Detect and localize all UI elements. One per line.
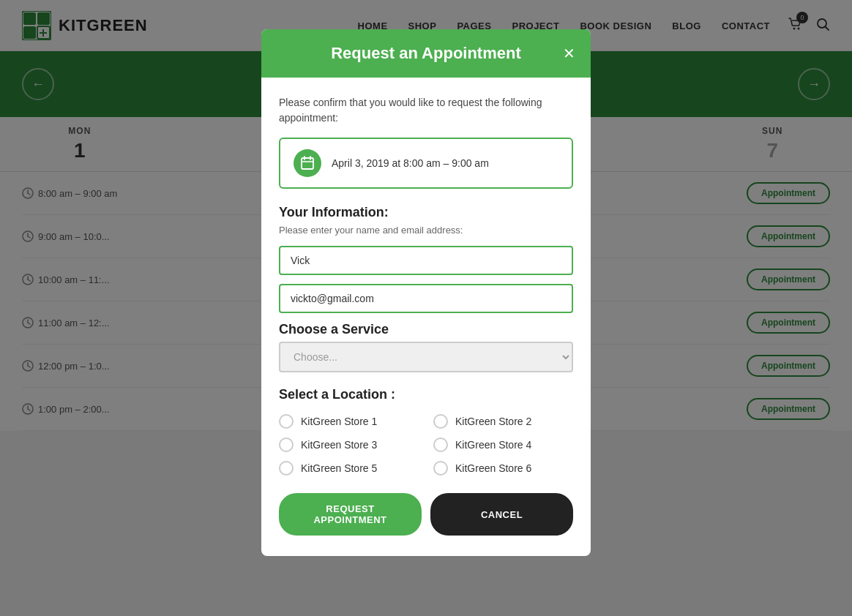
name-input[interactable] xyxy=(279,246,573,275)
your-info-heading: Your Information: xyxy=(279,205,573,220)
modal-close-button[interactable]: ✕ xyxy=(558,43,579,64)
radio-circle-store4 xyxy=(433,437,448,452)
location-option-store1[interactable]: KitGreen Store 1 xyxy=(279,414,419,429)
location-label-store6: KitGreen Store 6 xyxy=(455,462,531,474)
location-option-store4[interactable]: KitGreen Store 4 xyxy=(433,437,573,452)
your-info-subtext: Please enter your name and email address… xyxy=(279,225,573,236)
modal-header: Request an Appointment ✕ xyxy=(261,29,591,78)
location-label-store2: KitGreen Store 2 xyxy=(455,416,531,427)
modal-body: Please confirm that you would like to re… xyxy=(261,78,591,556)
modal-title: Request an Appointment xyxy=(331,44,521,63)
location-label-store5: KitGreen Store 5 xyxy=(301,462,377,474)
calendar-icon xyxy=(300,156,315,170)
locations-grid: KitGreen Store 1 KitGreen Store 2 KitGre… xyxy=(279,414,573,476)
svg-rect-29 xyxy=(302,158,313,169)
calendar-icon-wrap xyxy=(294,149,321,177)
location-label-store3: KitGreen Store 3 xyxy=(301,439,377,451)
radio-circle-store1 xyxy=(279,414,294,429)
location-option-store2[interactable]: KitGreen Store 2 xyxy=(433,414,573,429)
cancel-button[interactable]: CANCEL xyxy=(430,493,573,536)
appointment-modal: Request an Appointment ✕ Please confirm … xyxy=(261,29,591,556)
radio-circle-store2 xyxy=(433,414,448,429)
location-option-store6[interactable]: KitGreen Store 6 xyxy=(433,461,573,476)
modal-actions: REQUEST APPOINTMENT CANCEL xyxy=(279,493,573,538)
location-label-store4: KitGreen Store 4 xyxy=(455,439,531,451)
appointment-time-box: April 3, 2019 at 8:00 am – 9:00 am xyxy=(279,138,573,189)
modal-description: Please confirm that you would like to re… xyxy=(279,95,573,126)
radio-circle-store5 xyxy=(279,461,294,476)
email-input[interactable] xyxy=(279,284,573,313)
radio-circle-store6 xyxy=(433,461,448,476)
appointment-time-text: April 3, 2019 at 8:00 am – 9:00 am xyxy=(332,157,489,169)
request-appointment-button[interactable]: REQUEST APPOINTMENT xyxy=(279,493,422,536)
location-option-store3[interactable]: KitGreen Store 3 xyxy=(279,437,419,452)
location-label-store1: KitGreen Store 1 xyxy=(301,416,377,427)
modal-overlay: Request an Appointment ✕ Please confirm … xyxy=(0,0,852,616)
location-option-store5[interactable]: KitGreen Store 5 xyxy=(279,461,419,476)
service-heading: Choose a Service xyxy=(279,322,573,337)
location-heading: Select a Location : xyxy=(279,387,573,402)
service-select[interactable]: Choose... xyxy=(279,342,573,372)
radio-circle-store3 xyxy=(279,437,294,452)
